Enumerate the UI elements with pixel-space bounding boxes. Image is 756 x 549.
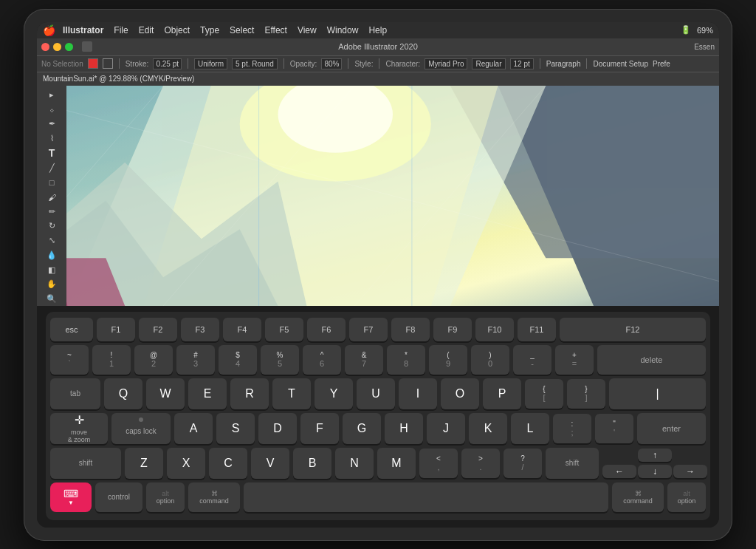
rotate-tool[interactable]: ↻ [42,219,61,233]
key-f12[interactable]: F12 [560,318,706,341]
maximize-button[interactable] [65,43,73,51]
key-k[interactable]: K [469,413,507,444]
key-2[interactable]: @ 2 [134,345,173,375]
key-alt-right[interactable]: alt option [667,482,706,512]
pencil-tool[interactable]: ✏ [42,205,61,218]
key-arrow-down[interactable]: ↓ [638,465,672,478]
menu-object[interactable]: Object [164,25,190,35]
key-f1[interactable]: F1 [97,318,135,341]
key-f5[interactable]: F5 [265,318,303,341]
key-x[interactable]: X [167,448,205,479]
key-semicolon[interactable]: : ; [553,414,591,443]
minimize-button[interactable] [53,43,61,51]
menu-edit[interactable]: Edit [139,25,154,35]
key-arrow-right[interactable]: → [673,465,707,478]
key-f4[interactable]: F4 [223,318,261,341]
key-d[interactable]: D [258,413,297,444]
key-period[interactable]: > . [461,449,500,478]
menu-effect[interactable]: Effect [264,25,286,35]
key-command-left[interactable]: ⌘ command [188,482,240,512]
key-arrow-left[interactable]: ← [602,465,636,478]
key-delete[interactable]: delete [597,345,706,375]
zoom-tool[interactable]: 🔍 [42,293,61,306]
key-q[interactable]: Q [104,378,142,409]
key-enter[interactable]: enter [637,413,706,444]
hand-tool[interactable]: ✋ [42,278,61,291]
key-arrow-up[interactable]: ↑ [638,449,672,462]
key-a[interactable]: A [174,413,213,444]
key-y[interactable]: Y [315,378,353,409]
menu-file[interactable]: File [114,25,128,35]
artwork-canvas[interactable] [66,86,719,306]
stroke-swatch[interactable] [103,58,113,69]
key-esc[interactable]: esc [50,318,93,341]
type-tool[interactable]: T [42,146,61,160]
key-6[interactable]: ^ 6 [303,345,341,375]
key-slash[interactable]: ? / [504,449,542,478]
selection-tool[interactable]: ▸ [42,89,61,102]
key-minus[interactable]: _ - [513,345,551,375]
key-u[interactable]: U [357,378,395,409]
key-f[interactable]: F [300,413,339,444]
key-move-zoom[interactable]: ✛ move& zoom [50,413,108,444]
stroke-uniform[interactable]: Uniform [194,58,227,69]
key-f10[interactable]: F10 [475,318,514,341]
key-backslash[interactable]: | [609,378,706,409]
key-b[interactable]: B [293,448,331,479]
key-command-right[interactable]: ⌘ command [612,482,664,512]
key-f11[interactable]: F11 [518,318,556,341]
key-caps-lock[interactable]: caps lock [111,413,171,444]
key-z[interactable]: Z [125,448,163,479]
key-f6[interactable]: F6 [307,318,346,341]
key-f2[interactable]: F2 [139,318,177,341]
key-v[interactable]: V [251,448,289,479]
opacity-value[interactable]: 80% [321,58,342,69]
rect-tool[interactable]: □ [42,176,61,189]
key-i[interactable]: I [399,378,437,409]
key-alt-left[interactable]: alt option [146,482,185,512]
menu-help[interactable]: Help [368,25,387,35]
menu-window[interactable]: Window [327,25,359,35]
key-h[interactable]: H [385,413,423,444]
prefs-label[interactable]: Prefe [653,60,670,68]
key-equals[interactable]: + = [555,345,594,375]
line-tool[interactable]: ╱ [42,161,61,174]
document-tab[interactable]: MountainSun.ai* @ 129.88% (CMYK/Preview) [43,75,194,83]
menu-illustrator[interactable]: Illustrator [63,25,103,35]
scale-tool[interactable]: ⤡ [42,234,61,248]
key-tilde[interactable]: ~ ` [50,345,89,375]
key-f9[interactable]: F9 [433,318,472,341]
key-5[interactable]: % 5 [261,345,299,375]
font-size[interactable]: 12 pt [510,58,534,69]
key-c[interactable]: C [209,448,247,479]
curvature-tool[interactable]: ⌇ [42,132,61,146]
key-r[interactable]: R [230,378,269,409]
key-l[interactable]: L [511,413,549,444]
key-t[interactable]: T [272,378,311,409]
canvas-area[interactable]: ▸ ⬦ ✒ ⌇ T ╱ □ 🖌 ✏ ↻ ⤡ 💧 ◧ ✋ 🔍 [37,86,719,306]
key-j[interactable]: J [427,413,465,444]
key-m[interactable]: M [377,448,416,479]
gradient-tool[interactable]: ◧ [42,263,61,276]
key-f8[interactable]: F8 [391,318,430,341]
key-w[interactable]: W [146,378,185,409]
key-8[interactable]: * 8 [387,345,425,375]
key-f3[interactable]: F3 [181,318,219,341]
key-bracket-left[interactable]: { [ [525,379,563,409]
key-3[interactable]: # 3 [176,345,215,375]
key-space[interactable] [244,482,608,512]
key-control[interactable]: control [95,482,142,512]
key-bracket-right[interactable]: } ] [567,379,605,409]
key-s[interactable]: S [216,413,255,444]
key-4[interactable]: $ 4 [219,345,257,375]
stroke-value[interactable]: 0.25 pt [153,58,182,69]
key-n[interactable]: N [335,448,374,479]
key-7[interactable]: & 7 [345,345,383,375]
stroke-round[interactable]: 5 pt. Round [232,58,278,69]
font-style[interactable]: Regular [472,58,505,69]
key-comma[interactable]: < , [419,449,458,478]
key-9[interactable]: ( 9 [429,345,467,375]
key-tab[interactable]: tab [50,378,100,409]
key-shift-left[interactable]: shift [50,448,121,479]
menu-type[interactable]: Type [200,25,219,35]
